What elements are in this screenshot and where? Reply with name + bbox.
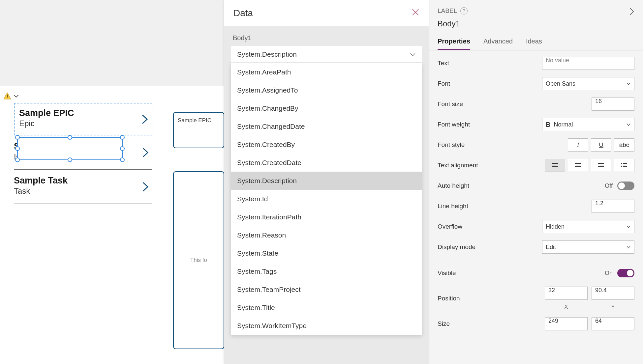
align-center-icon <box>574 162 582 168</box>
underline-button[interactable]: U <box>591 138 611 152</box>
svg-rect-2 <box>7 98 8 98</box>
toggle-state-label: Off <box>605 182 613 189</box>
prop-label: Font size <box>438 100 542 108</box>
chevron-right-icon[interactable] <box>142 147 149 158</box>
resize-handle[interactable] <box>15 135 20 140</box>
chevron-down-icon[interactable] <box>13 94 19 98</box>
field-dropdown-item[interactable]: System.Title <box>231 298 422 317</box>
position-x-input[interactable]: 32 <box>545 287 588 300</box>
field-dropdown-item[interactable]: System.Reason <box>231 226 422 244</box>
properties-panel: LABEL ? Body1 Properties Advanced Ideas … <box>429 0 643 364</box>
prop-label: Size <box>438 320 542 327</box>
resize-handle[interactable] <box>15 157 20 162</box>
prop-font-weight: Font weight BNormal <box>438 114 634 135</box>
svg-rect-1 <box>7 95 8 97</box>
strikethrough-button[interactable]: abc <box>614 138 634 152</box>
selection-box[interactable] <box>17 137 123 160</box>
field-dropdown-item[interactable]: System.CreatedBy <box>231 135 422 154</box>
gallery-item-subtitle: Epic <box>19 119 147 128</box>
align-right-button[interactable] <box>591 159 611 172</box>
field-dropdown-item[interactable]: System.ChangedDate <box>231 117 422 135</box>
field-dropdown-list: System.AreaPathSystem.AssignedToSystem.C… <box>231 63 422 335</box>
properties-body: Text No value Font Open Sans Font size 1… <box>429 50 643 337</box>
card-preview-small: Sample EPIC <box>173 112 224 148</box>
warning-icon <box>3 92 11 99</box>
tab-properties[interactable]: Properties <box>438 38 470 50</box>
field-dropdown-item[interactable]: System.Id <box>231 190 422 208</box>
position-y-input[interactable]: 90.4 <box>592 287 634 300</box>
strikethrough-icon: abc <box>619 141 629 149</box>
prop-label: Text <box>438 60 542 67</box>
chevron-right-icon[interactable] <box>142 181 149 192</box>
size-w-input[interactable]: 249 <box>545 317 588 330</box>
field-dropdown-selected[interactable]: System.Description <box>231 46 422 63</box>
warning-row <box>3 92 19 99</box>
resize-handle[interactable] <box>120 157 125 162</box>
prop-label: Text alignment <box>438 162 542 169</box>
prop-label: Line height <box>438 203 542 210</box>
chevron-down-icon <box>410 52 416 56</box>
prop-position: Position 32 90.4 X Y <box>438 283 634 314</box>
italic-button[interactable]: I <box>568 138 588 152</box>
gallery-item[interactable]: Sample Task Task <box>14 170 152 204</box>
overflow-select[interactable]: Hidden <box>542 220 634 233</box>
gallery-item-subtitle: Task <box>14 186 152 196</box>
align-left-button[interactable] <box>545 159 565 172</box>
data-panel-header: Data <box>224 0 429 26</box>
visible-toggle[interactable] <box>617 269 634 277</box>
position-x-label: X <box>545 304 588 310</box>
prop-line-height: Line height 1.2 <box>438 196 634 216</box>
field-dropdown-item[interactable]: System.Description <box>231 172 422 190</box>
resize-handle[interactable] <box>120 146 125 151</box>
tab-advanced[interactable]: Advanced <box>483 38 513 50</box>
auto-height-toggle[interactable] <box>617 182 634 190</box>
font-weight-select[interactable]: BNormal <box>542 118 634 131</box>
prop-label: Position <box>438 295 542 302</box>
chevron-right-icon[interactable] <box>629 7 634 16</box>
resize-handle[interactable] <box>68 157 72 162</box>
label-row: LABEL ? <box>438 7 634 14</box>
font-size-input[interactable]: 16 <box>592 98 634 111</box>
prop-display-mode: Display mode Edit <box>438 237 634 257</box>
field-dropdown-item[interactable]: System.IterationPath <box>231 208 422 226</box>
align-justify-button[interactable] <box>614 159 634 172</box>
text-input[interactable]: No value <box>542 57 634 70</box>
display-mode-select[interactable]: Edit <box>542 240 634 254</box>
chevron-right-icon[interactable] <box>141 114 148 125</box>
field-dropdown-item[interactable]: System.AreaPath <box>231 63 422 81</box>
prop-label: Overflow <box>438 223 542 230</box>
tab-ideas[interactable]: Ideas <box>526 38 542 50</box>
field-dropdown-item[interactable]: System.CreatedDate <box>231 154 422 172</box>
tabs: Properties Advanced Ideas <box>429 38 643 50</box>
resize-handle[interactable] <box>68 135 72 140</box>
italic-icon: I <box>577 141 579 149</box>
field-dropdown-item[interactable]: System.State <box>231 244 422 262</box>
line-height-input[interactable]: 1.2 <box>592 200 634 213</box>
prop-visible: Visible On <box>438 263 634 283</box>
prop-label: Auto height <box>438 182 542 189</box>
field-dropdown-item[interactable]: System.TeamProject <box>231 280 422 298</box>
prop-size: Size 249 64 <box>438 314 634 334</box>
align-justify-icon <box>621 162 628 168</box>
prop-overflow: Overflow Hidden <box>438 216 634 237</box>
gallery-item-selected[interactable]: Sample EPIC Epic <box>14 103 152 135</box>
label-text: LABEL <box>438 7 457 14</box>
field-dropdown-item[interactable]: System.WorkItemType <box>231 317 422 335</box>
field-dropdown-item[interactable]: System.AssignedTo <box>231 81 422 99</box>
underline-icon: U <box>599 141 603 149</box>
resize-handle[interactable] <box>15 146 20 151</box>
resize-handle[interactable] <box>120 135 125 140</box>
card-preview-body: This fo <box>190 257 207 264</box>
align-center-button[interactable] <box>568 159 588 172</box>
gallery-item-title: Sample Task <box>14 176 152 186</box>
font-select[interactable]: Open Sans <box>542 77 634 90</box>
help-icon[interactable]: ? <box>460 7 468 14</box>
gallery-item-title: Sample EPIC <box>19 108 147 118</box>
field-dropdown[interactable]: System.Description System.AreaPathSystem… <box>231 46 422 335</box>
card-preview-title: Sample EPIC <box>178 117 211 124</box>
properties-header: LABEL ? Body1 Properties Advanced Ideas <box>429 0 643 50</box>
close-icon[interactable] <box>412 8 419 18</box>
size-h-input[interactable]: 64 <box>592 317 634 330</box>
field-dropdown-item[interactable]: System.ChangedBy <box>231 99 422 117</box>
field-dropdown-item[interactable]: System.Tags <box>231 262 422 280</box>
